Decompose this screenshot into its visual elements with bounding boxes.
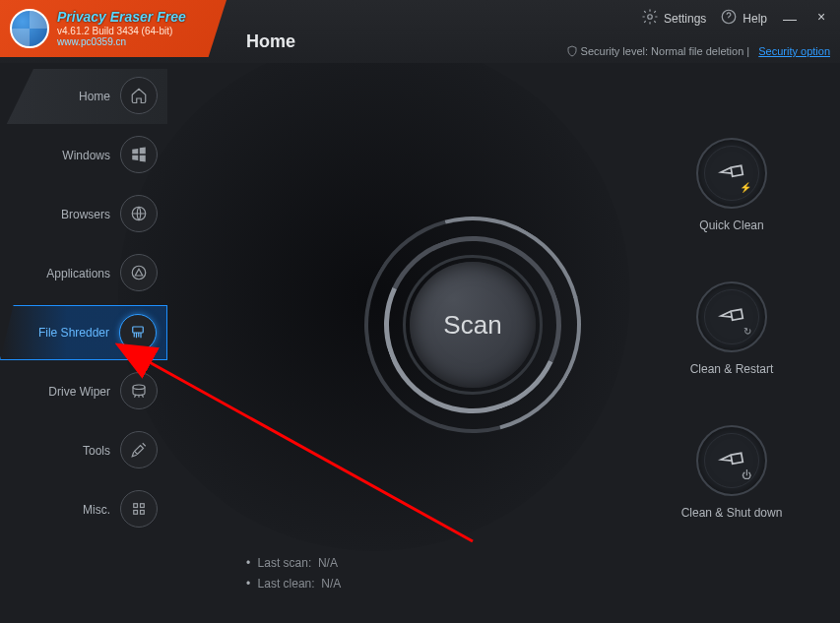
clean-shutdown-button[interactable]: ⏻ Clean & Shut down bbox=[681, 425, 783, 520]
svg-rect-4 bbox=[133, 327, 144, 333]
sidebar-item-home[interactable]: Home bbox=[0, 69, 167, 124]
clean-restart-ring: ↻ bbox=[696, 281, 767, 352]
sidebar-item-label: Applications bbox=[46, 267, 110, 280]
app-logo-text: Privacy Eraser Free v4.61.2 Build 3434 (… bbox=[57, 10, 186, 46]
last-scan-value: N/A bbox=[318, 556, 338, 570]
globe-icon bbox=[120, 195, 158, 232]
minimize-button[interactable]: — bbox=[781, 11, 799, 27]
help-label: Help bbox=[743, 12, 767, 26]
security-status: Security level: Normal file deletion | S… bbox=[566, 45, 831, 57]
sidebar-item-label: Drive Wiper bbox=[48, 385, 110, 399]
drive-icon bbox=[120, 372, 158, 409]
sidebar-item-browsers[interactable]: Browsers bbox=[0, 187, 167, 242]
security-prefix: Security level: bbox=[581, 45, 652, 57]
sidebar-item-applications[interactable]: Applications bbox=[0, 246, 167, 301]
last-scan-label: Last scan: bbox=[258, 556, 312, 570]
security-level: Normal file deletion bbox=[651, 45, 743, 57]
sidebar-item-label: File Shredder bbox=[38, 326, 109, 340]
svg-point-5 bbox=[133, 385, 145, 390]
clean-restart-label: Clean & Restart bbox=[690, 362, 774, 376]
apps-icon bbox=[120, 254, 158, 291]
app-title: Privacy Eraser Free bbox=[57, 10, 186, 25]
shredder-icon bbox=[119, 314, 157, 351]
app-logo-block: Privacy Eraser Free v4.61.2 Build 3434 (… bbox=[0, 0, 226, 57]
sidebar-item-label: Misc. bbox=[83, 503, 110, 517]
tools-icon bbox=[120, 431, 158, 468]
svg-rect-6 bbox=[134, 504, 138, 508]
sidebar-item-file-shredder[interactable]: File Shredder bbox=[0, 305, 167, 360]
svg-rect-8 bbox=[134, 511, 138, 515]
sidebar: Home Windows Browsers Applications File … bbox=[0, 69, 197, 591]
gear-icon bbox=[641, 8, 659, 29]
close-button[interactable]: × bbox=[812, 9, 830, 25]
svg-point-0 bbox=[648, 15, 653, 20]
grid-icon bbox=[120, 490, 158, 528]
home-icon bbox=[120, 77, 158, 114]
app-watermark-url: www.pc0359.cn bbox=[57, 36, 186, 47]
last-scan-row: • Last scan: N/A bbox=[246, 553, 341, 575]
sidebar-item-label: Home bbox=[79, 90, 110, 103]
sidebar-item-label: Windows bbox=[62, 149, 110, 162]
help-button[interactable]: Help bbox=[720, 8, 767, 29]
last-clean-label: Last clean: bbox=[258, 577, 315, 591]
sidebar-item-drive-wiper[interactable]: Drive Wiper bbox=[0, 364, 167, 419]
svg-rect-7 bbox=[141, 504, 145, 508]
quick-clean-label: Quick Clean bbox=[699, 218, 763, 232]
windows-icon bbox=[120, 136, 158, 173]
clean-shutdown-label: Clean & Shut down bbox=[681, 506, 783, 520]
quick-clean-button[interactable]: ⚡ Quick Clean bbox=[696, 138, 767, 232]
title-bar: Privacy Eraser Free v4.61.2 Build 3434 (… bbox=[0, 0, 840, 63]
last-clean-value: N/A bbox=[321, 577, 341, 591]
clean-restart-button[interactable]: ↻ Clean & Restart bbox=[690, 281, 774, 376]
sidebar-item-misc[interactable]: Misc. bbox=[0, 482, 167, 537]
app-logo-icon bbox=[10, 9, 49, 48]
scan-button-area: Scan bbox=[355, 207, 591, 443]
help-icon bbox=[720, 8, 738, 29]
action-column: ⚡ Quick Clean ↻ Clean & Restart ⏻ Clean … bbox=[663, 138, 801, 520]
scan-ring-inner bbox=[403, 255, 543, 395]
page-title: Home bbox=[246, 31, 295, 52]
quick-clean-ring: ⚡ bbox=[696, 138, 767, 209]
settings-label: Settings bbox=[664, 12, 706, 26]
sidebar-item-label: Browsers bbox=[61, 208, 110, 221]
app-version: v4.61.2 Build 3434 (64-bit) bbox=[57, 26, 186, 36]
sidebar-item-windows[interactable]: Windows bbox=[0, 128, 167, 183]
svg-rect-9 bbox=[141, 511, 145, 515]
security-option-link[interactable]: Security option bbox=[758, 45, 830, 57]
sidebar-item-label: Tools bbox=[83, 444, 110, 458]
lightning-icon: ⚡ bbox=[740, 182, 751, 193]
top-controls: Settings Help — × bbox=[641, 8, 830, 29]
restart-icon: ↻ bbox=[743, 326, 751, 337]
clean-shutdown-ring: ⏻ bbox=[696, 425, 767, 496]
shield-icon bbox=[566, 45, 581, 57]
power-icon: ⏻ bbox=[742, 469, 751, 480]
sidebar-item-tools[interactable]: Tools bbox=[0, 423, 167, 478]
settings-button[interactable]: Settings bbox=[641, 8, 706, 29]
status-area: • Last scan: N/A • Last clean: N/A bbox=[246, 553, 341, 595]
last-clean-row: • Last clean: N/A bbox=[246, 574, 341, 595]
